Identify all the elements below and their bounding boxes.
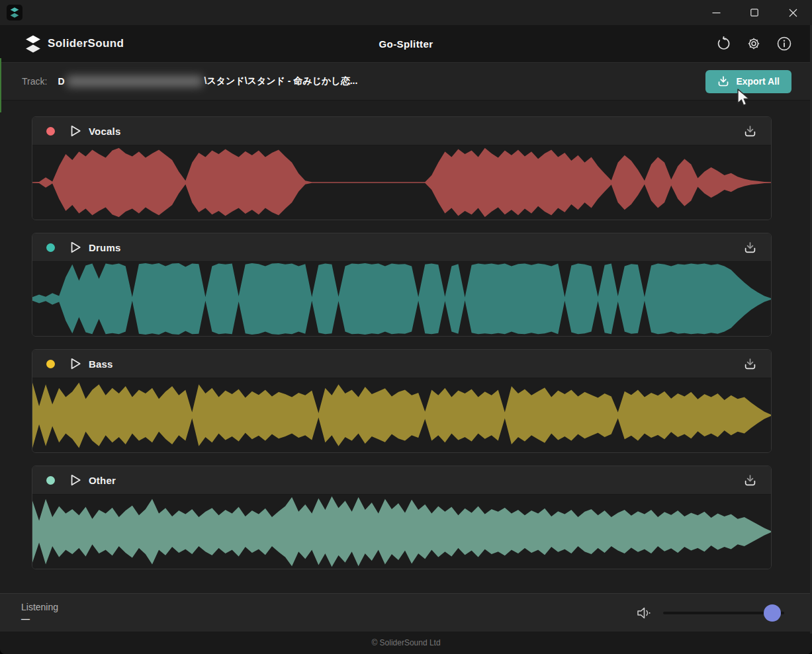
titlebar (0, 0, 812, 25)
play-icon (70, 241, 81, 253)
volume-control (637, 604, 784, 622)
waveform[interactable] (32, 145, 771, 220)
waveform[interactable] (32, 495, 771, 569)
brand: SoliderSound (25, 35, 124, 53)
stem-card: Drums (32, 233, 772, 337)
stem-list: Vocals Drums (0, 101, 812, 593)
window-controls (697, 0, 812, 25)
play-button[interactable] (68, 239, 83, 255)
solidersound-logo-icon (25, 35, 41, 53)
header-actions (711, 32, 796, 56)
download-icon (744, 474, 756, 487)
redacted-path-segment (67, 76, 203, 87)
download-icon (744, 125, 756, 138)
time-display: — (21, 614, 58, 624)
speaker-icon[interactable] (637, 606, 654, 620)
copyright: © SoliderSound Ltd (371, 638, 440, 647)
minimize-icon (712, 9, 721, 17)
info-icon (777, 36, 791, 51)
info-button[interactable] (772, 32, 796, 56)
stem-header: Bass (32, 350, 771, 378)
waveform[interactable] (32, 378, 771, 452)
brand-name: SoliderSound (48, 37, 124, 50)
maximize-button[interactable] (735, 0, 774, 25)
header: Go-Splitter SoliderSound (0, 25, 812, 62)
play-icon (70, 125, 81, 137)
stem-name: Drums (89, 242, 121, 253)
minimize-button[interactable] (697, 0, 735, 25)
settings-button[interactable] (742, 32, 766, 56)
footer: © SoliderSound Ltd (0, 632, 812, 654)
volume-knob[interactable] (764, 604, 781, 622)
waveform[interactable] (32, 262, 771, 336)
download-icon (717, 75, 729, 87)
waveform-path (32, 497, 771, 567)
stem-status-dot (46, 243, 55, 252)
stem-card: Other (32, 466, 772, 569)
status-text: Listening (21, 602, 58, 612)
download-stem-button[interactable] (741, 471, 759, 489)
play-button[interactable] (68, 356, 83, 372)
gear-icon (746, 36, 761, 51)
stem-name: Vocals (89, 126, 120, 137)
track-path-prefix: D (58, 76, 64, 87)
stem-status-dot (46, 127, 55, 136)
download-icon (744, 358, 756, 370)
background-window-sliver-left (0, 58, 1, 112)
close-button[interactable] (774, 0, 812, 25)
export-all-button[interactable]: Export All (705, 70, 791, 93)
stem-header: Drums (32, 233, 771, 262)
track-bar: Track: D \スタンド\スタンド - 命みじかし恋... Export A… (0, 62, 812, 101)
waveform-path (32, 263, 771, 335)
play-icon (70, 474, 81, 486)
stem-status-dot (46, 360, 55, 368)
play-button[interactable] (68, 472, 83, 488)
stem-status-dot (46, 476, 55, 485)
app-icon (7, 5, 23, 20)
stem-card: Vocals (32, 116, 772, 220)
track-path-suffix: \スタンド\スタンド - 命みじかし恋... (204, 75, 358, 87)
stem-header: Other (32, 466, 771, 495)
stem-header: Vocals (32, 117, 771, 145)
track-path: D \スタンド\スタンド - 命みじかし恋... (58, 75, 357, 87)
stem-name: Bass (89, 358, 113, 370)
close-icon (789, 9, 797, 17)
play-button[interactable] (68, 123, 83, 139)
download-icon (744, 241, 756, 254)
stem-name: Other (89, 475, 116, 486)
waveform-path (32, 148, 771, 217)
waveform-path (32, 383, 771, 448)
solidersound-glyph-icon (10, 7, 19, 18)
status-left: Listening — (21, 602, 58, 624)
volume-slider[interactable] (663, 604, 784, 622)
reset-button[interactable] (711, 32, 735, 56)
app-window: Go-Splitter SoliderSound (0, 0, 812, 654)
track-label: Track: (22, 76, 47, 87)
reset-icon (716, 36, 731, 51)
export-all-label: Export All (736, 76, 780, 87)
download-stem-button[interactable] (741, 354, 759, 373)
stem-card: Bass (32, 349, 772, 453)
download-stem-button[interactable] (741, 122, 759, 140)
status-bar: Listening — (0, 593, 812, 632)
play-icon (70, 358, 81, 370)
download-stem-button[interactable] (741, 238, 759, 257)
maximize-icon (750, 9, 758, 17)
